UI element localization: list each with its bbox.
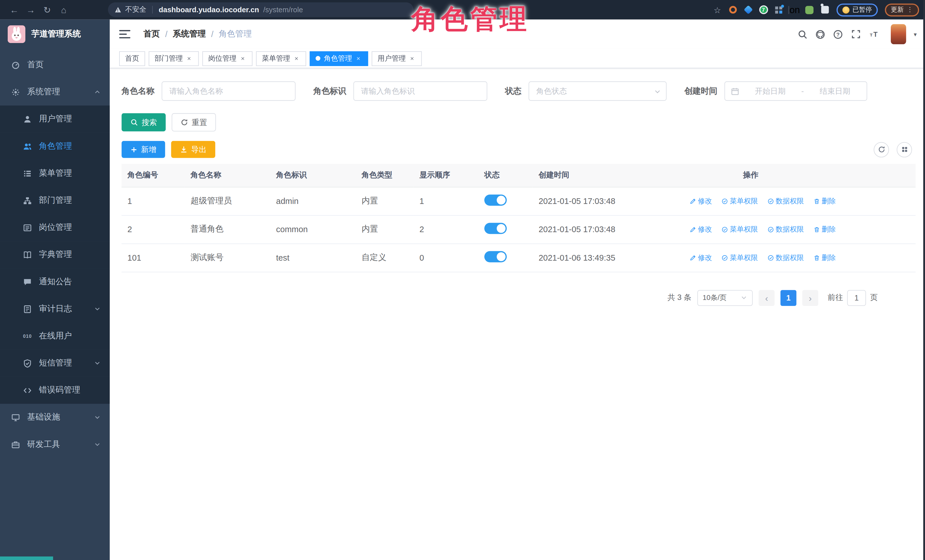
sidebar-item-label: 短信管理 xyxy=(39,358,72,368)
data-permission-link[interactable]: 数据权限 xyxy=(767,253,804,263)
sidebar-item-menus[interactable]: 菜单管理 xyxy=(0,160,110,187)
profile-paused-badge[interactable]: 已暂停 xyxy=(837,3,878,16)
extension-icon-seven[interactable]: 7 xyxy=(758,4,769,15)
extension-icon-green[interactable] xyxy=(804,4,815,15)
sidebar-item-online-users[interactable]: 010 在线用户 xyxy=(0,323,110,350)
address-bar[interactable]: ! 不安全 dashboard.yudao.iocoder.cn/system/… xyxy=(108,2,414,17)
font-size-icon[interactable] xyxy=(867,28,880,41)
delete-link[interactable]: 删除 xyxy=(813,253,836,263)
close-icon[interactable]: × xyxy=(408,54,416,62)
browser-menu-kebab-icon[interactable]: ⋮ xyxy=(907,6,913,14)
close-icon[interactable]: × xyxy=(355,54,362,62)
tab-menus[interactable]: 菜单管理 × xyxy=(256,51,306,66)
prev-page-button[interactable]: ‹ xyxy=(759,290,774,306)
search-button[interactable]: 搜索 xyxy=(121,113,166,131)
edit-link[interactable]: 修改 xyxy=(690,224,712,234)
edit-link[interactable]: 修改 xyxy=(690,196,712,206)
sidebar-item-dictionary[interactable]: 字典管理 xyxy=(0,241,110,268)
check-circle-icon xyxy=(722,198,728,204)
app-logo-row[interactable]: 芋道管理系统 xyxy=(0,20,110,49)
sidebar-item-system[interactable]: 系统管理 xyxy=(0,78,110,105)
user-avatar[interactable] xyxy=(891,24,906,44)
menu-permission-link[interactable]: 菜单权限 xyxy=(722,196,758,206)
sidebar-item-error-codes[interactable]: 错误码管理 xyxy=(0,377,110,404)
sidebar-item-label: 审计日志 xyxy=(39,304,72,314)
avatar-caret-down-icon[interactable]: ▾ xyxy=(914,31,917,38)
extension-icon-orange[interactable] xyxy=(727,4,738,15)
tab-roles-active[interactable]: 角色管理 × xyxy=(310,51,368,66)
edit-link[interactable]: 修改 xyxy=(690,253,712,263)
sidebar-menu: 首页 系统管理 用户管理 角色管理 菜单管理 xyxy=(0,51,110,458)
github-icon[interactable] xyxy=(814,28,827,41)
extension-icon-tampermonkey[interactable]: on xyxy=(788,4,800,15)
browser-home-icon[interactable]: ⌂ xyxy=(56,3,72,17)
tab-label: 部门管理 xyxy=(155,53,183,63)
sidebar-item-infrastructure[interactable]: 基础设施 xyxy=(0,404,110,431)
extension-icon-gem[interactable] xyxy=(742,4,754,15)
sidebar-item-departments[interactable]: 部门管理 xyxy=(0,187,110,214)
role-name-input[interactable] xyxy=(162,81,295,101)
reset-button[interactable]: 重置 xyxy=(172,113,216,131)
status-toggle-on[interactable] xyxy=(484,195,507,206)
sidebar-item-posts[interactable]: 岗位管理 xyxy=(0,214,110,241)
col-role-key: 角色标识 xyxy=(270,164,356,187)
sidebar-item-roles[interactable]: 角色管理 xyxy=(0,133,110,160)
delete-link[interactable]: 删除 xyxy=(813,196,836,206)
browser-reload-icon[interactable]: ↻ xyxy=(39,3,56,17)
column-settings-button[interactable] xyxy=(897,142,912,157)
search-icon[interactable] xyxy=(797,28,809,41)
tab-posts[interactable]: 岗位管理 × xyxy=(202,51,253,66)
chevron-up-icon xyxy=(94,88,101,95)
sidebar-item-label: 字典管理 xyxy=(39,249,72,260)
browser-forward-icon[interactable]: → xyxy=(23,3,39,17)
status-toggle-on[interactable] xyxy=(484,251,507,262)
sidebar-item-home[interactable]: 首页 xyxy=(0,51,110,78)
add-button[interactable]: 新增 xyxy=(121,141,165,158)
browser-update-button[interactable]: 更新 ⋮ xyxy=(885,3,919,16)
menu-permission-link[interactable]: 菜单权限 xyxy=(722,253,758,263)
close-icon[interactable]: × xyxy=(185,54,193,62)
menu-permission-link[interactable]: 菜单权限 xyxy=(722,224,758,234)
page-size-select[interactable]: 10条/页 xyxy=(697,290,753,306)
refresh-table-button[interactable] xyxy=(874,142,889,157)
check-circle-icon xyxy=(767,254,774,261)
sidebar-collapse-icon[interactable] xyxy=(119,30,130,39)
sidebar-item-sms[interactable]: 短信管理 xyxy=(0,350,110,377)
export-button[interactable]: 导出 xyxy=(171,141,215,158)
help-icon[interactable] xyxy=(832,28,845,41)
extension-icon-grid[interactable] xyxy=(773,4,785,15)
close-icon[interactable]: × xyxy=(292,54,300,62)
refresh-icon xyxy=(877,146,885,153)
goto-page-input[interactable] xyxy=(847,290,866,306)
role-name-label: 角色名称 xyxy=(121,86,155,96)
sidebar-item-label: 角色管理 xyxy=(39,141,72,152)
sidebar-item-audit-log[interactable]: 审计日志 xyxy=(0,296,110,323)
cell-role-id: 101 xyxy=(121,243,184,272)
close-icon[interactable]: × xyxy=(239,54,247,62)
breadcrumb-home[interactable]: 首页 xyxy=(143,29,160,39)
sidebar-item-users[interactable]: 用户管理 xyxy=(0,105,110,132)
breadcrumb-system[interactable]: 系统管理 xyxy=(173,29,206,39)
browser-back-icon[interactable]: ← xyxy=(6,3,23,17)
delete-link[interactable]: 删除 xyxy=(813,224,836,234)
status-select[interactable] xyxy=(529,81,666,101)
date-range-picker[interactable]: 开始日期 - 结束日期 xyxy=(724,81,867,101)
status-select-input[interactable] xyxy=(529,81,666,101)
tab-home[interactable]: 首页 xyxy=(119,51,145,66)
next-page-button[interactable]: › xyxy=(802,290,818,306)
range-separator: - xyxy=(801,87,804,95)
tab-departments[interactable]: 部门管理 × xyxy=(149,51,199,66)
status-toggle-on[interactable] xyxy=(484,223,507,234)
sidebar-item-label: 系统管理 xyxy=(27,87,60,97)
tab-users[interactable]: 用户管理 × xyxy=(372,51,422,66)
data-permission-link[interactable]: 数据权限 xyxy=(767,224,804,234)
role-key-input[interactable] xyxy=(354,81,487,101)
data-permission-link[interactable]: 数据权限 xyxy=(767,196,804,206)
current-page-button[interactable]: 1 xyxy=(780,290,797,306)
sidebar-item-label: 在线用户 xyxy=(39,331,72,341)
sidebar-item-dev-tools[interactable]: 研发工具 xyxy=(0,431,110,458)
sidebar-item-notices[interactable]: 通知公告 xyxy=(0,268,110,296)
bookmark-star-icon[interactable]: ☆ xyxy=(711,4,723,15)
fullscreen-icon[interactable] xyxy=(850,28,863,41)
extensions-puzzle-icon[interactable] xyxy=(819,4,830,15)
